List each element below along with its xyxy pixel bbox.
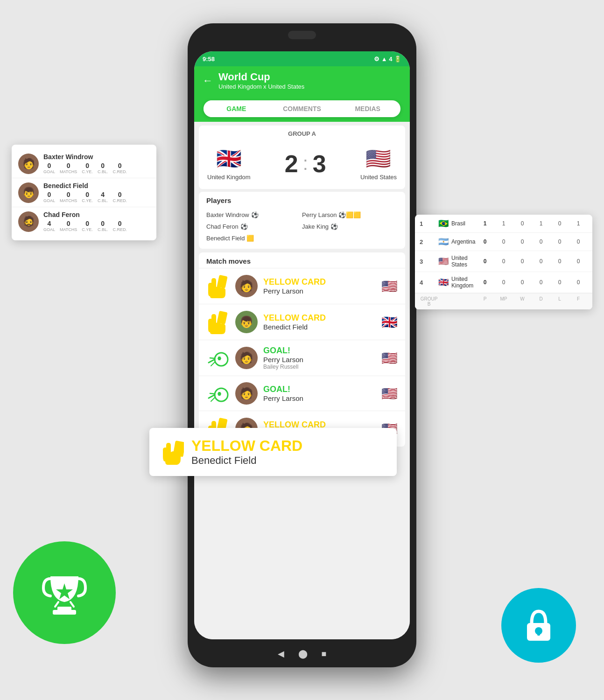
app-title: World Cup: [218, 71, 304, 83]
svg-point-13: [215, 388, 228, 401]
svg-rect-8: [217, 311, 228, 324]
phone-screen: 9:58 ⚙ ▲ 4 🔋 ← World Cup United Kingdom …: [194, 51, 410, 639]
status-bar: 9:58 ⚙ ▲ 4 🔋: [194, 51, 410, 66]
group-label: GROUP A: [199, 126, 405, 140]
player-jake-king: Jake King ⚽: [302, 222, 398, 231]
trophy-circle: [13, 541, 116, 644]
move-row-4: 🧑 GOAL! Perry Larson 🇺🇸: [199, 376, 405, 411]
move-icon-yc2: [206, 310, 230, 334]
move-flag-4: 🇺🇸: [381, 386, 398, 401]
standings-panel: 1 🇧🇷Brasil 1 1 0 1 0 1 2 🇦🇷Argentina 0 0…: [415, 215, 592, 309]
tab-comments[interactable]: COMMENTS: [269, 100, 335, 117]
player-avatar-baxter: 🧑: [18, 154, 39, 174]
svg-rect-5: [537, 631, 540, 636]
svg-line-15: [210, 393, 215, 394]
move-row-2: 👦 YELLOW CARD Benedict Field 🇬🇧: [199, 304, 405, 340]
player-name-benedict: Benedict Field: [43, 182, 127, 189]
players-grid: Baxter Windrow ⚽ Perry Larson ⚽🟨🟨 Chad F…: [199, 207, 405, 249]
back-button[interactable]: ←: [203, 75, 213, 87]
move-text-4: GOAL! Perry Larson: [263, 385, 376, 402]
status-icons: ⚙ ▲ 4 🔋: [374, 56, 401, 63]
player-perry-larson: Perry Larson ⚽🟨🟨: [302, 210, 398, 220]
standings-footer: GROUP B P MP W D L F: [415, 293, 592, 309]
home-team-name: United Kingdom: [207, 174, 251, 181]
nav-home[interactable]: ⬤: [298, 649, 308, 659]
trophy-icon: [39, 567, 90, 618]
tab-medias[interactable]: MEDIAS: [335, 100, 400, 117]
player-chad-feron: Chad Feron ⚽: [206, 222, 302, 231]
move-flag-2: 🇬🇧: [381, 315, 398, 330]
phone-nav-bar: ◀ ⬤ ■: [278, 649, 327, 659]
away-flag: 🇺🇸: [365, 147, 391, 171]
player-benedict-field: Benedict Field 🟨: [206, 233, 302, 243]
home-team-block: 🇬🇧 United Kingdom: [207, 147, 251, 181]
move-icon-goal2: [206, 382, 230, 405]
nav-back[interactable]: ◀: [278, 649, 284, 659]
move-avatar-4: 🧑: [235, 382, 258, 405]
move-flag-1: 🇺🇸: [381, 279, 398, 294]
app-header: ← World Cup United Kingdom x United Stat…: [194, 66, 410, 97]
phone-frame: 9:58 ⚙ ▲ 4 🔋 ← World Cup United Kingdom …: [188, 23, 416, 667]
move-avatar-3: 🧑: [235, 347, 258, 369]
status-time: 9:58: [203, 56, 215, 63]
score-card: 🇬🇧 United Kingdom 2 : 3 🇺🇸 United States: [199, 140, 405, 189]
standings-row-4: 4 🇬🇧United Kingdom 0 0 0 0 0 0: [415, 272, 592, 293]
move-avatar-2: 👦: [235, 311, 258, 333]
move-row-1: 🧑 YELLOW CARD Perry Larson 🇺🇸: [199, 268, 405, 304]
svg-rect-1: [53, 610, 76, 615]
svg-line-11: [210, 358, 215, 358]
move-text-3: GOAL! Perry Larson Bailey Russell: [263, 346, 376, 370]
player-name-baxter: Baxter Windrow: [43, 153, 127, 161]
nav-recent[interactable]: ■: [322, 649, 327, 659]
tab-game[interactable]: GAME: [204, 100, 269, 117]
lock-icon: [520, 607, 557, 644]
match-moves-header: Match moves: [199, 252, 405, 268]
svg-rect-7: [217, 275, 228, 288]
move-text-1: YELLOW CARD Perry Larson: [263, 277, 376, 295]
move-text-2: YELLOW CARD Benedict Field: [263, 313, 376, 331]
move-icon-yc1: [206, 274, 230, 298]
home-flag: 🇬🇧: [216, 147, 242, 171]
away-team-name: United States: [360, 174, 397, 181]
yc-player: Benedict Field: [191, 455, 302, 467]
svg-line-16: [211, 397, 215, 401]
home-score: 2: [285, 150, 298, 178]
svg-point-9: [215, 353, 228, 366]
player-row-chad: 🧔 Chad Feron 4GOAL 0MATCHS 0C.YE. 0C.BL.…: [12, 207, 156, 236]
player-avatar-benedict: 👦: [18, 182, 39, 203]
move-flag-3: 🇺🇸: [381, 350, 398, 366]
svg-rect-6: [173, 441, 184, 457]
score-display: 2 : 3: [285, 150, 326, 178]
move-icon-goal1: [206, 346, 230, 370]
standings-row-1: 1 🇧🇷Brasil 1 1 0 1 0 1: [415, 215, 592, 233]
yc-hand-icon: [161, 438, 184, 466]
phone-notch: [288, 31, 316, 39]
player-baxter-windrow: Baxter Windrow ⚽: [206, 210, 302, 220]
yc-type: YELLOW CARD: [191, 437, 302, 455]
standings-row-2: 2 🇦🇷Argentina 0 0 0 0 0 0: [415, 233, 592, 251]
away-score: 3: [313, 150, 326, 178]
svg-line-10: [209, 359, 215, 363]
standings-row-3: 3 🇺🇸United States 0 0 0 0 0 0: [415, 251, 592, 272]
yellow-card-overlay: YELLOW CARD Benedict Field: [149, 428, 397, 476]
lock-circle: [501, 588, 576, 663]
player-avatar-chad: 🧔: [18, 211, 39, 232]
app-subtitle: United Kingdom x United States: [218, 83, 304, 90]
svg-line-14: [209, 395, 215, 398]
tab-bar: GAME COMMENTS MEDIAS: [204, 100, 400, 117]
score-separator: :: [303, 153, 308, 174]
move-row-3: 🧑 GOAL! Perry Larson Bailey Russell 🇺🇸: [199, 340, 405, 376]
players-section-header: Players: [199, 192, 405, 207]
move-avatar-1: 🧑: [235, 275, 258, 297]
player-row-benedict: 👦 Benedict Field 0GOAL 0MATCHS 0C.YE. 4C…: [12, 178, 156, 207]
svg-line-12: [211, 362, 215, 366]
player-name-chad: Chad Feron: [43, 211, 127, 218]
player-row-baxter: 🧑 Baxter Windrow 0GOAL 0MATCHS 0C.YE. 0C…: [12, 149, 156, 178]
players-panel: 🧑 Baxter Windrow 0GOAL 0MATCHS 0C.YE. 0C…: [12, 145, 156, 240]
main-content: GROUP A 🇬🇧 United Kingdom 2 : 3 🇺🇸 Unite…: [194, 122, 410, 639]
away-team-block: 🇺🇸 United States: [360, 147, 397, 181]
